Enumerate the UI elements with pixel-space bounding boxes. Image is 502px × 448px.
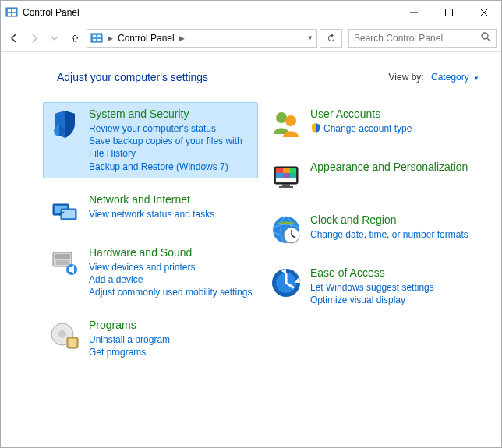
category-appearance-personalization[interactable]: Appearance and Personalization [264, 155, 479, 199]
chevron-down-icon: ▼ [473, 75, 479, 82]
up-button[interactable] [66, 30, 83, 47]
svg-rect-1 [8, 9, 11, 12]
category-programs[interactable]: ProgramsUninstall a programGet programs [43, 313, 258, 364]
shield-icon [310, 122, 321, 133]
programs-icon [48, 319, 81, 351]
category-clock-region[interactable]: Clock and RegionChange date, time, or nu… [264, 208, 479, 252]
chevron-right-icon[interactable]: ▶ [108, 34, 113, 42]
category-link[interactable]: Review your computer's status [89, 122, 253, 135]
refresh-button[interactable] [320, 29, 342, 48]
category-hardware-sound[interactable]: Hardware and SoundView devices and print… [43, 241, 258, 304]
category-title[interactable]: Clock and Region [310, 213, 468, 227]
control-panel-icon [90, 32, 103, 44]
category-link[interactable]: Uninstall a program [89, 333, 170, 346]
category-system-security[interactable]: System and SecurityReview your computer'… [43, 102, 258, 178]
category-title[interactable]: Appearance and Personalization [310, 161, 468, 174]
svg-rect-3 [8, 13, 11, 16]
appearance-personalization-icon [270, 161, 302, 193]
svg-rect-11 [97, 35, 101, 37]
titlebar: Control Panel [1, 1, 501, 24]
category-link[interactable]: View devices and printers [89, 261, 252, 273]
window-title: Control Panel [23, 7, 396, 18]
category-link[interactable]: Backup and Restore (Windows 7) [89, 161, 253, 173]
category-title[interactable]: User Accounts [310, 108, 412, 121]
toolbar: ▶ Control Panel ▶ ▼ [1, 24, 501, 52]
category-title[interactable]: Hardware and Sound [89, 246, 252, 259]
category-title[interactable]: Network and Internet [89, 193, 214, 206]
category-network-internet[interactable]: Network and InternetView network status … [43, 188, 258, 231]
category-link[interactable]: Optimize visual display [310, 294, 434, 306]
svg-point-14 [482, 33, 488, 39]
search-box[interactable] [348, 29, 497, 48]
svg-rect-4 [12, 13, 16, 16]
search-icon[interactable] [481, 32, 491, 44]
chevron-right-icon[interactable]: ▶ [179, 34, 185, 42]
category-link[interactable]: Change account type [310, 122, 412, 135]
system-security-icon [48, 108, 81, 140]
view-by: View by: Category ▼ [389, 71, 479, 83]
category-column-left: System and SecurityReview your computer'… [43, 102, 258, 364]
category-link[interactable]: Get programs [89, 346, 170, 358]
svg-rect-10 [93, 35, 96, 37]
back-button[interactable] [5, 30, 23, 47]
svg-rect-12 [93, 39, 96, 41]
category-link[interactable]: Save backup copies of your files with Fi… [89, 135, 253, 160]
minimize-button[interactable] [396, 1, 431, 24]
forward-button[interactable] [26, 30, 43, 47]
view-by-label: View by: [389, 72, 424, 83]
category-link[interactable]: View network status and tasks [89, 208, 214, 220]
category-ease-of-access[interactable]: Ease of AccessLet Windows suggest settin… [264, 261, 479, 312]
category-link[interactable]: Adjust commonly used mobility settings [89, 286, 252, 298]
address-bar[interactable]: ▶ Control Panel ▶ ▼ [87, 29, 317, 48]
svg-rect-6 [445, 9, 452, 16]
svg-rect-13 [97, 39, 101, 41]
category-link[interactable]: Let Windows suggest settings [310, 281, 434, 294]
category-user-accounts[interactable]: User AccountsChange account type [264, 102, 479, 146]
view-by-dropdown[interactable]: Category ▼ [431, 72, 479, 83]
user-accounts-icon [270, 108, 302, 140]
breadcrumb[interactable]: Control Panel [118, 33, 175, 44]
category-title[interactable]: System and Security [89, 108, 253, 121]
hardware-sound-icon [48, 246, 81, 279]
svg-line-15 [487, 38, 490, 41]
close-button[interactable] [466, 1, 501, 24]
page-title: Adjust your computer's settings [57, 71, 389, 83]
clock-region-icon [270, 213, 302, 246]
network-internet-icon [48, 193, 81, 226]
recent-locations-button[interactable] [46, 30, 63, 47]
category-link[interactable]: Add a device [89, 273, 252, 286]
category-column-right: User AccountsChange account typeAppearan… [264, 102, 479, 364]
content-area: Adjust your computer's settings View by:… [1, 52, 501, 386]
control-panel-icon [5, 6, 18, 19]
chevron-down-icon[interactable]: ▼ [307, 34, 313, 41]
category-link[interactable]: Change date, time, or number formats [310, 228, 468, 241]
category-title[interactable]: Ease of Access [310, 266, 434, 280]
search-input[interactable] [354, 33, 481, 44]
svg-rect-2 [12, 9, 16, 12]
category-title[interactable]: Programs [89, 319, 170, 332]
maximize-button[interactable] [431, 1, 466, 24]
ease-of-access-icon [270, 266, 302, 299]
